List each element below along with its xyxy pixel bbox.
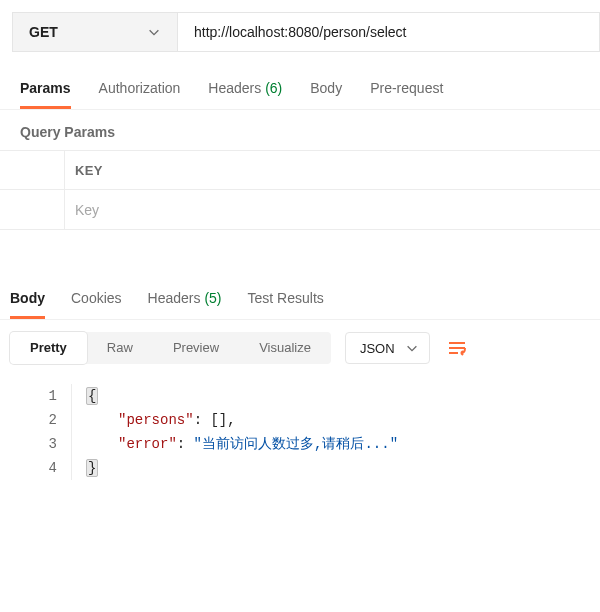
view-mode-group: Pretty Raw Preview Visualize: [10, 332, 331, 364]
line-gutter: 1 2 3 4: [0, 384, 72, 480]
chevron-down-icon: [405, 341, 419, 355]
param-key-input[interactable]: [64, 190, 600, 229]
tab-body[interactable]: Body: [310, 80, 342, 109]
format-label: JSON: [360, 341, 395, 356]
tab-params[interactable]: Params: [20, 80, 71, 109]
http-method-select[interactable]: GET: [12, 12, 178, 52]
chevron-down-icon: [147, 25, 161, 39]
query-params-label: Query Params: [0, 110, 600, 150]
http-method-value: GET: [29, 24, 58, 40]
brace-open: {: [86, 387, 98, 405]
resp-tab-body[interactable]: Body: [10, 284, 45, 319]
resp-tab-headers[interactable]: Headers (5): [148, 284, 222, 319]
view-pretty-button[interactable]: Pretty: [10, 332, 87, 364]
request-tabs: Params Authorization Headers (6) Body Pr…: [0, 60, 600, 110]
url-input[interactable]: [178, 12, 600, 52]
wrap-lines-button[interactable]: [444, 332, 470, 364]
response-toolbar: Pretty Raw Preview Visualize JSON: [0, 320, 600, 376]
headers-count: (6): [265, 80, 282, 96]
response-format-select[interactable]: JSON: [345, 332, 430, 364]
response-tabs: Body Cookies Headers (5) Test Results: [0, 284, 600, 320]
resp-tab-cookies[interactable]: Cookies: [71, 284, 122, 319]
code-lines: { "persons": [], "error": "当前访问人数过多,请稍后.…: [72, 384, 398, 480]
tab-authorization[interactable]: Authorization: [99, 80, 181, 109]
column-key-header: KEY: [64, 151, 600, 189]
tab-headers[interactable]: Headers (6): [208, 80, 282, 109]
view-visualize-button[interactable]: Visualize: [239, 332, 331, 364]
view-raw-button[interactable]: Raw: [87, 332, 153, 364]
query-params-table: KEY: [0, 150, 600, 230]
wrap-icon: [447, 339, 467, 357]
brace-close: }: [86, 459, 98, 477]
response-code[interactable]: 1 2 3 4 { "persons": [], "error": "当前访问人…: [0, 376, 600, 480]
resp-headers-count: (5): [204, 290, 221, 306]
resp-tab-test-results[interactable]: Test Results: [248, 284, 324, 319]
view-preview-button[interactable]: Preview: [153, 332, 239, 364]
tab-pre-request[interactable]: Pre-request: [370, 80, 443, 109]
